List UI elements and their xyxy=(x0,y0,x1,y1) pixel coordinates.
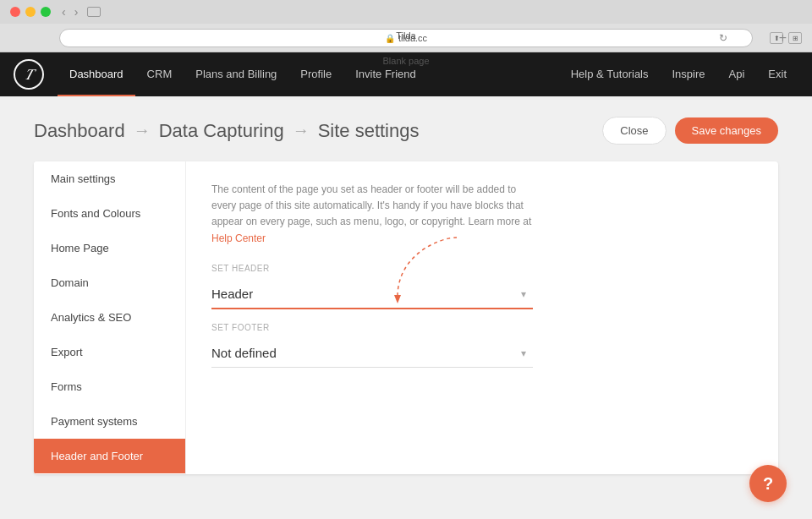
breadcrumb-dashboard[interactable]: Dashboard xyxy=(34,120,125,142)
nav-api[interactable]: Api xyxy=(717,52,757,96)
save-changes-button[interactable]: Save changes xyxy=(675,117,778,144)
refresh-button[interactable]: ↻ xyxy=(719,32,727,44)
help-fab-button[interactable]: ? xyxy=(749,465,787,502)
info-text: The content of the page you set as heade… xyxy=(211,182,533,247)
tab-bar: Tilda 🔒 tilda.cc ↻ ⬆ ⊞ Blank page + xyxy=(0,24,812,52)
sidebar-item-home-page[interactable]: Home Page xyxy=(34,231,185,265)
header-select[interactable]: Header Not defined xyxy=(211,280,533,309)
title-bar: ‹ › xyxy=(0,0,812,24)
nav-links: Dashboard CRM Plans and Billing Profile … xyxy=(58,52,428,96)
tab-title: Tilda xyxy=(396,30,415,41)
sidebar-item-domain[interactable]: Domain xyxy=(34,265,185,300)
breadcrumb-actions: Close Save changes xyxy=(602,117,778,145)
traffic-lights xyxy=(10,7,51,17)
sidebar-item-export[interactable]: Export xyxy=(34,335,185,369)
sidebar-item-main-settings[interactable]: Main settings xyxy=(34,161,185,196)
footer-select-wrapper: Not defined Header ▾ xyxy=(211,339,533,368)
main-layout: Main settings Fonts and Colours Home Pag… xyxy=(34,161,778,474)
help-center-link[interactable]: Help Center xyxy=(211,232,266,244)
footer-select[interactable]: Not defined Header xyxy=(211,339,533,368)
sidebar-item-analytics-seo[interactable]: Analytics & SEO xyxy=(34,300,185,335)
lock-icon: 🔒 xyxy=(385,34,395,43)
breadcrumb-arrow-1: → xyxy=(134,121,151,140)
close-button[interactable]: Close xyxy=(602,117,666,145)
set-header-label: SET HEADER xyxy=(211,264,753,273)
minimize-button[interactable] xyxy=(25,7,36,17)
sidebar-item-fonts-colours[interactable]: Fonts and Colours xyxy=(34,196,185,231)
expand-button[interactable]: ⊞ xyxy=(788,32,802,44)
app-logo[interactable]: 𝑇 xyxy=(14,59,44,90)
breadcrumb-data-capturing[interactable]: Data Capturing xyxy=(159,120,284,142)
sidebar-item-payment-systems[interactable]: Payment systems xyxy=(34,404,185,439)
new-tab-button[interactable]: + xyxy=(779,30,787,46)
maximize-button[interactable] xyxy=(41,7,51,17)
back-button[interactable]: ‹ xyxy=(59,5,69,19)
nav-help-tutorials[interactable]: Help & Tutorials xyxy=(559,52,661,96)
forward-button[interactable]: › xyxy=(72,5,81,19)
breadcrumb-site-settings: Site settings xyxy=(318,120,420,142)
nav-profile[interactable]: Profile xyxy=(288,52,343,96)
set-footer-label: SET FOOTER xyxy=(211,323,753,332)
breadcrumb: Dashboard → Data Capturing → Site settin… xyxy=(34,117,778,145)
sidebar-item-actions[interactable]: Actions xyxy=(34,473,185,474)
nav-crm[interactable]: CRM xyxy=(135,52,184,96)
page-content: Dashboard → Data Capturing → Site settin… xyxy=(0,96,812,519)
close-button[interactable] xyxy=(10,7,20,17)
browser-chrome: ‹ › Tilda 🔒 tilda.cc ↻ ⬆ ⊞ Blank page + xyxy=(0,0,812,52)
sidebar-item-header-footer[interactable]: Header and Footer xyxy=(34,439,185,473)
window-icon xyxy=(87,7,101,17)
nav-right: Help & Tutorials Inspire Api Exit xyxy=(559,52,798,96)
sidebar: Main settings Fonts and Colours Home Pag… xyxy=(34,161,186,474)
sidebar-item-forms[interactable]: Forms xyxy=(34,369,185,404)
nav-inspire[interactable]: Inspire xyxy=(661,52,717,96)
url-bar-area: Tilda 🔒 tilda.cc ↻ ⬆ ⊞ Blank page xyxy=(8,29,804,47)
nav-buttons: ‹ › xyxy=(59,5,80,19)
header-select-wrapper: Header Not defined ▾ xyxy=(211,280,533,309)
nav-plans-billing[interactable]: Plans and Billing xyxy=(184,52,288,96)
page-title: Blank page xyxy=(382,56,429,66)
content-area: The content of the page you set as heade… xyxy=(186,161,778,474)
breadcrumb-arrow-2: → xyxy=(293,121,310,140)
nav-exit[interactable]: Exit xyxy=(756,52,798,96)
nav-dashboard[interactable]: Dashboard xyxy=(58,52,135,96)
logo-icon: 𝑇 xyxy=(25,66,33,84)
